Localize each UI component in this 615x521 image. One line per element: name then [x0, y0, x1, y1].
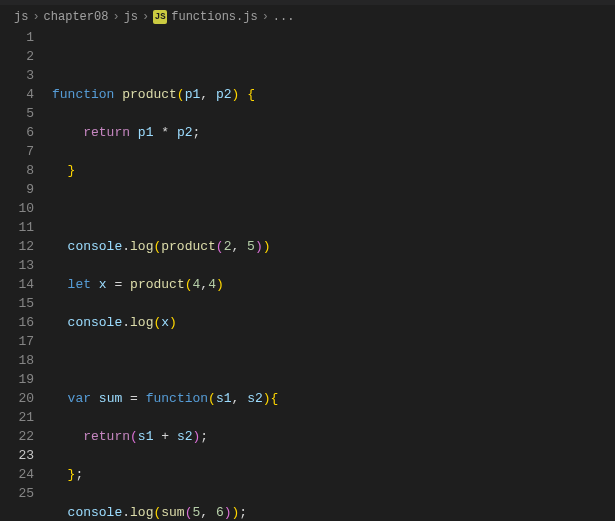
breadcrumb-item[interactable]: ... — [273, 10, 295, 24]
chevron-right-icon: › — [112, 10, 119, 24]
chevron-right-icon: › — [142, 10, 149, 24]
code-editor[interactable]: 1 2 3 4 5 6 7 8 9 10 11 12 13 14 15 16 1… — [0, 28, 615, 521]
code-content[interactable]: function product(p1, p2) { return p1 * p… — [52, 28, 615, 521]
line-number-gutter: 1 2 3 4 5 6 7 8 9 10 11 12 13 14 15 16 1… — [0, 28, 52, 521]
chevron-right-icon: › — [262, 10, 269, 24]
breadcrumb-item[interactable]: js — [14, 10, 28, 24]
breadcrumb[interactable]: js › chapter08 › js › JS functions.js › … — [0, 6, 615, 28]
chevron-right-icon: › — [32, 10, 39, 24]
javascript-file-icon: JS — [153, 10, 167, 24]
breadcrumb-item[interactable]: chapter08 — [44, 10, 109, 24]
breadcrumb-item[interactable]: js — [124, 10, 138, 24]
breadcrumb-item[interactable]: JS functions.js — [153, 10, 257, 24]
